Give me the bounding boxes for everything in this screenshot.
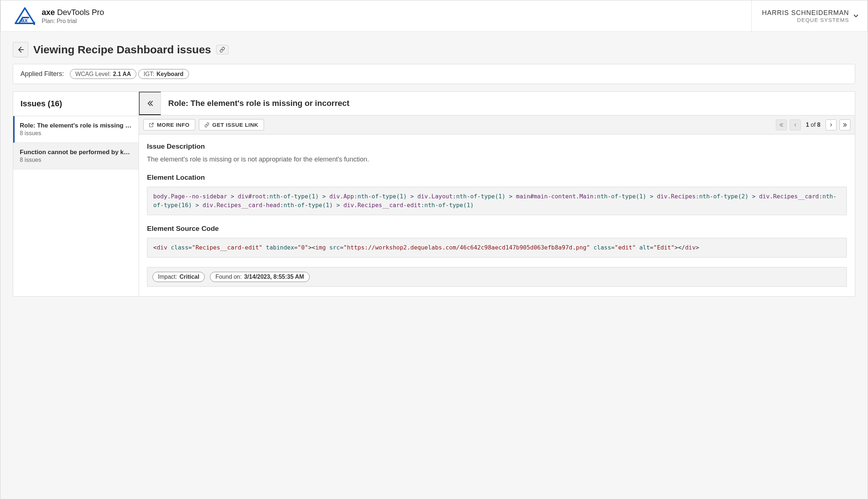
code-token: div <box>685 244 696 251</box>
code-token: ></ <box>675 244 685 251</box>
code-token: :nth-of-type(1) <box>280 202 333 209</box>
code-token: body.Page--no-sidebar <box>153 193 227 200</box>
issue-description-heading: Issue Description <box>147 142 847 151</box>
pager-current: 1 <box>806 122 809 128</box>
title-row: Viewing Recipe Dashboard issues <box>13 42 855 57</box>
pager-prev-button[interactable] <box>790 119 801 130</box>
issue-list-sidebar: Issues (16) Role: The element's role is … <box>13 92 139 296</box>
brand-title-bold: axe <box>42 8 55 17</box>
code-token: = <box>294 244 298 251</box>
code-token: :nth-of-type(1) <box>593 193 646 200</box>
filters-label: Applied Filters: <box>20 70 64 78</box>
element-source-heading: Element Source Code <box>147 225 847 233</box>
brand-title-rest: DevTools Pro <box>55 8 104 17</box>
code-token: > <box>333 202 343 209</box>
code-token: < <box>153 244 157 251</box>
pager-last-button[interactable] <box>839 119 850 130</box>
copy-link-button[interactable] <box>216 45 229 54</box>
applied-filters-bar: Applied Filters: WCAG Level:2.1 AA IGT:K… <box>13 64 855 84</box>
detail-body: Issue Description The element's role is … <box>139 134 855 296</box>
code-token: > <box>696 244 699 251</box>
chevron-double-left-icon <box>779 122 784 127</box>
page-title: Viewing Recipe Dashboard issues <box>33 43 211 56</box>
brand-block: ax axe DevTools Pro Plan: Pro trial <box>0 0 751 31</box>
element-location-heading: Element Location <box>147 174 847 182</box>
pager-first-button[interactable] <box>776 119 787 130</box>
svg-text:ax: ax <box>21 17 28 23</box>
pager: 1 of 8 <box>776 119 850 130</box>
code-token: main#main-content.Main <box>516 193 593 200</box>
code-token: :nth-of-type(1) <box>421 202 474 209</box>
axe-logo-icon: ax <box>15 7 35 25</box>
code-token: class <box>171 244 188 251</box>
chevron-left-icon <box>793 123 797 127</box>
link-icon <box>204 122 210 127</box>
collapse-sidebar-button[interactable] <box>139 92 161 115</box>
brand-plan: Plan: Pro trial <box>42 18 104 24</box>
code-token: div#root <box>238 193 266 200</box>
code-token: div.Recipes <box>657 193 696 200</box>
code-token: class <box>593 244 611 251</box>
pager-total: 8 <box>817 122 820 128</box>
code-token: > <box>319 193 329 200</box>
detail-toolbar: MORE INFO GET ISSUE LINK <box>139 115 855 134</box>
filter-chip[interactable]: IGT:Keyboard <box>138 69 189 79</box>
issue-meta-row: Impact: Critical Found on: 3/14/2023, 8:… <box>147 267 847 287</box>
link-icon <box>219 47 225 53</box>
code-token: > <box>505 193 516 200</box>
issue-list-item-count: 8 issues <box>20 130 132 137</box>
pager-count: 1 of 8 <box>806 122 820 128</box>
code-token <box>167 244 171 251</box>
impact-key: Impact: <box>158 274 179 280</box>
code-token <box>636 244 639 251</box>
account-menu[interactable]: HARRIS SCHNEIDERMAN DEQUE SYSTEMS <box>751 0 868 31</box>
account-text: HARRIS SCHNEIDERMAN DEQUE SYSTEMS <box>762 9 849 23</box>
code-token: tabindex <box>266 244 294 251</box>
filter-chip-key: WCAG Level: <box>75 71 111 77</box>
pager-next-button[interactable] <box>826 119 837 130</box>
filter-chip-key: IGT: <box>144 71 154 77</box>
code-token: div.Recipes__card-head <box>203 202 280 209</box>
get-issue-link-button[interactable]: GET ISSUE LINK <box>199 119 264 130</box>
element-location-code: body.Page--no-sidebar > div#root:nth-of-… <box>147 187 847 215</box>
impact-chip: Impact: Critical <box>152 272 205 282</box>
code-token: = <box>650 244 653 251</box>
element-source-code: <div class="Recipes__card-edit" tabindex… <box>147 238 847 258</box>
code-token <box>326 244 329 251</box>
code-token: alt <box>639 244 650 251</box>
code-token: "https://workshop2.dequelabs.com/46c642c… <box>343 244 590 251</box>
account-name: HARRIS SCHNEIDERMAN <box>762 9 849 17</box>
brand-plan-prefix: Plan: <box>42 18 57 24</box>
impact-value: Critical <box>180 274 199 280</box>
code-token: > <box>646 193 657 200</box>
back-button[interactable] <box>13 42 28 57</box>
issue-list-item[interactable]: Role: The element's role is missing …8 i… <box>13 116 139 143</box>
issue-list-item-title: Function cannot be performed by k… <box>20 149 132 156</box>
content-area: Viewing Recipe Dashboard issues Applied … <box>0 32 868 499</box>
issues-panel: Issues (16) Role: The element's role is … <box>13 91 855 297</box>
top-bar: ax axe DevTools Pro Plan: Pro trial HARR… <box>0 0 868 32</box>
more-info-button[interactable]: MORE INFO <box>143 119 195 130</box>
get-issue-link-label: GET ISSUE LINK <box>212 122 258 128</box>
brand-plan-value: Pro trial <box>57 18 77 24</box>
code-token: :nth-of-type(1) <box>453 193 506 200</box>
code-token: "Recipes__card-edit" <box>192 244 263 251</box>
code-token: img <box>315 244 326 251</box>
issue-description-text: The element's role is missing or is not … <box>147 156 847 163</box>
code-token: "Edit" <box>653 244 675 251</box>
brand-title: axe DevTools Pro <box>42 8 104 17</box>
code-token: > <box>748 193 759 200</box>
code-token <box>590 244 594 251</box>
code-token <box>263 244 266 251</box>
account-org: DEQUE SYSTEMS <box>797 17 849 23</box>
filter-chip-value: 2.1 AA <box>113 71 131 77</box>
code-token: = <box>340 244 344 251</box>
issue-list-heading: Issues (16) <box>13 92 139 116</box>
found-on-key: Found on: <box>215 274 244 280</box>
code-token: > <box>192 202 203 209</box>
code-token: "0" <box>298 244 308 251</box>
issue-list-item[interactable]: Function cannot be performed by k…8 issu… <box>13 143 139 169</box>
filter-chip[interactable]: WCAG Level:2.1 AA <box>70 69 136 79</box>
code-token: src <box>329 244 340 251</box>
code-token: "edit" <box>615 244 636 251</box>
